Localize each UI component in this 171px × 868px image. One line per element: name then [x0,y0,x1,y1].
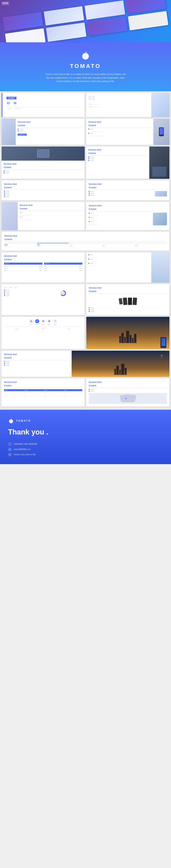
right-img-area [153,213,167,225]
svg-point-2 [9,419,13,423]
table2-row-3: ___ ___ ___ ___ [4,396,82,398]
services-title-11: Services And [89,286,167,289]
city-right-img [149,147,169,179]
thank-you-title: Thank you . [8,428,163,436]
services-title-13: Services And [4,381,82,383]
table-header-right: TITLE B [44,262,82,265]
service-icon-4: ⚙ [47,319,51,323]
table-row-1: Title 1Title 2 [4,265,42,267]
service-icon-3: ✉ [41,319,45,323]
slide-services-right-phone: Services And Content Title 1 ___________… [86,119,169,145]
right-phone-img [153,119,169,145]
table-row-6: Title 1Title 2 [44,270,82,272]
timeline-2017: 2017 Title ___ [37,243,69,248]
slide-table2: Services And Content Label Label Label L… [2,378,85,406]
small-img-right [155,191,167,196]
slide-map: Services And Content A label A label [86,378,169,406]
devices-area [89,295,167,307]
table2-header: Label Label Label Label [4,389,82,391]
thank-you-section: TOMATO Thank you . 📞 14000000 | 000-0000… [0,410,171,464]
monitor-img-area [2,147,85,161]
ty-logo-row: TOMATO [8,418,163,424]
tomato-logo-icon [80,51,91,60]
slide-row-5: Services And Content Title 1 ___________… [2,202,169,230]
donut-chart: 65% [60,290,66,296]
slide-row-6: Services And Content 2016 Title ___ 2017… [2,232,169,251]
watermark: 觉界网 [2,2,9,5]
services-title-2: Services And [88,121,151,123]
table-row-4: Title 1Title 2 [44,265,82,267]
header-thumb-3 [84,0,125,20]
tomato-section: TOMATO Youth is not a time of life; it i… [0,42,171,91]
services-title-10: Services And [4,255,82,257]
services-title-1: Services And [18,121,83,123]
header-slides-grid [0,0,171,42]
learn-more-btn[interactable]: Learn More [18,134,27,136]
purple-bar [2,93,2,117]
table2-row-1: ___ ___ ___ ___ [4,391,82,393]
device-phone-4 [132,298,137,305]
slide-monitor-img: Services And Content A label A label [2,147,85,179]
usa-map-svg [118,392,138,404]
slide-icons-list: Services And Content Title 1 ___________… [2,202,85,230]
slide-icon-grid: 🏠 Title 1 ★ Title 2 ✉ Title 3 ⚙ Title 4 [2,317,85,349]
slide-row-3: Services And Content A label A label [2,147,169,179]
slide-donut: Title 1 Title 2 Title 3 A label A label [2,284,85,315]
map-area [89,393,167,404]
dot-2 [18,130,19,131]
services-title-3: Services And [4,163,83,165]
services-title-12: Services And [4,353,69,356]
location-icon: 📍 [8,453,12,457]
header-thumb-7 [87,17,127,36]
num-02-label: A LABEL [13,104,17,106]
services-title-5: Services And [4,183,82,185]
left-img-icons [2,202,18,230]
table-header-left: TITLE A [4,262,42,265]
service-icon-2: ★ [35,319,39,323]
slide-services-dots: Services And Content A label A label A l… [2,180,85,200]
contact-phone-text: 14000000 | 000-00000000 [14,443,37,445]
dot-1 [18,129,19,130]
slide-img-right2: Services And Content A label A label [86,180,169,200]
contact-website-text: www.0000000.com [14,448,31,451]
connet-tag: CONNET [6,97,16,99]
table-row-5: Title 1Title 2 [44,267,82,270]
contact-website-row: 🌐 www.0000000.com [8,447,163,451]
ty-tomato-label: TOMATO [16,420,31,422]
slide-connet: CONNET 01 A LABEL 36 A LABEL [2,93,85,117]
slide-timeline: Services And Content 2016 Title ___ 2017… [2,232,169,251]
slide-row-10: Services And Content A label A label A l… [2,351,169,377]
phone-overlay [160,337,166,348]
tomato-description: Youth is not a time of life; it is a sta… [45,72,126,83]
slide-city-right: Services And Content A label A label A l… [86,147,169,179]
services-title-9: Services And [4,235,167,237]
dot-3 [88,129,89,130]
nums-grid: 01 A LABEL 36 A LABEL [6,101,81,106]
contact-address-text: Youth is not a time of life. [14,454,36,456]
slides-container: CONNET 01 A LABEL 36 A LABEL [0,91,171,410]
header-thumb-1 [3,12,43,31]
num-01-label: A LABEL [6,104,10,106]
nums-grid-2: A LABEL A LABEL [6,108,81,110]
slide-row-11: Services And Content Label Label Label L… [2,378,169,406]
slide-city-night [86,317,169,349]
contact-address-row: 📍 Youth is not a time of life. [8,453,163,457]
slide-devices: Services And Content A label A label [86,284,169,315]
left-img-area [2,119,16,145]
phone-icon: 📞 [8,442,12,446]
ty-tomato-logo-icon [8,418,14,424]
timeline-2020: 2020 Title ___ [135,243,167,248]
right-col-img [151,252,169,283]
globe-icon: 🌐 [8,447,12,451]
service-icon-1: 🏠 [29,319,33,323]
services-title-6: Services And [89,183,167,185]
slide-row-9: 🏠 Title 1 ★ Title 2 ✉ Title 3 ⚙ Title 4 [2,317,169,349]
table-row-3: Title 1Title 2 [4,270,42,272]
slide-services-left-img: Services And Content A label A label Lea… [2,119,85,145]
dot-4 [88,133,89,134]
big-number-01: 01 [88,95,95,101]
contact-phone-row: 📞 14000000 | 000-00000000 [8,442,163,446]
services-title-7: Services And [20,204,83,207]
slide-01-text: Title 1 ___________ [89,103,149,105]
header-thumb-2 [44,6,84,26]
